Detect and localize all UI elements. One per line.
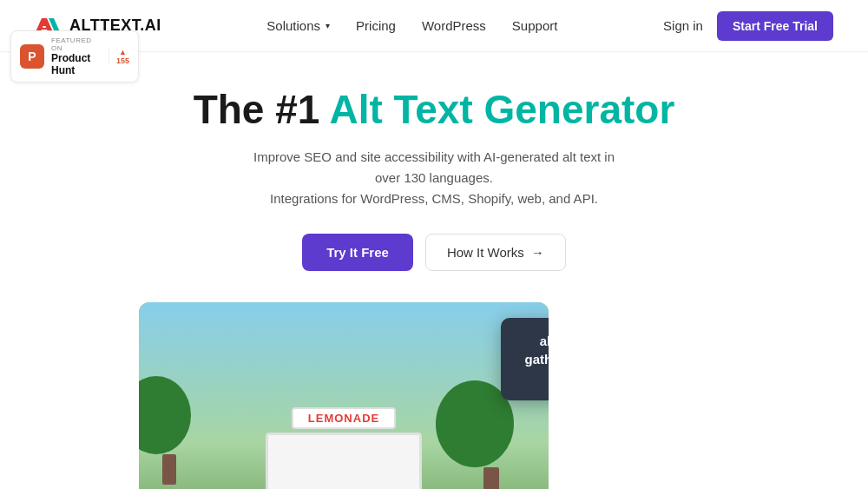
tooltip-prefix: alt = xyxy=(540,334,549,348)
tree-left xyxy=(148,376,191,485)
scene: LEMONADE xyxy=(139,302,549,489)
nav-solutions[interactable]: Solutions ▾ xyxy=(266,18,330,33)
vote-count: 155 xyxy=(116,56,129,65)
nav-actions: Sign in Start Free Trial xyxy=(663,11,833,41)
hero-subtitle: Improve SEO and site accessibility with … xyxy=(252,147,616,209)
product-hunt-votes: ▲ 155 xyxy=(108,48,129,65)
try-it-free-button[interactable]: Try It Free xyxy=(302,234,413,271)
hero-section: The #1 Alt Text Generator Improve SEO an… xyxy=(0,52,868,489)
product-hunt-name: Product Hunt xyxy=(51,52,102,76)
hero-title-highlight: Alt Text Generator xyxy=(329,87,674,132)
nav-pricing[interactable]: Pricing xyxy=(356,18,396,33)
nav-support[interactable]: Support xyxy=(512,18,558,33)
product-hunt-logo: P xyxy=(20,44,44,69)
hero-visual: LEMONADE alt = a group of children gathe… xyxy=(139,302,729,489)
nav-links: Solutions ▾ Pricing WordPress Support xyxy=(266,18,557,33)
lemonade-stand: LEMONADE xyxy=(257,407,431,489)
sign-in-button[interactable]: Sign in xyxy=(663,18,703,33)
start-free-trial-button[interactable]: Start Free Trial xyxy=(717,11,833,41)
product-hunt-text: FEATURED ON Product Hunt xyxy=(51,36,102,76)
svg-rect-2 xyxy=(43,26,46,28)
hero-buttons: Try It Free How It Works → xyxy=(17,234,851,271)
chevron-down-icon: ▾ xyxy=(326,21,330,30)
alt-text-tooltip: alt = a group of children gathered aroun… xyxy=(501,318,549,400)
lemonade-sign: LEMONADE xyxy=(292,407,396,429)
product-hunt-featured-label: FEATURED ON xyxy=(51,36,102,52)
stand-body xyxy=(266,433,422,489)
nav-wordpress[interactable]: WordPress xyxy=(422,18,486,33)
hero-title: The #1 Alt Text Generator xyxy=(17,87,851,133)
tree-right xyxy=(469,398,514,489)
product-hunt-badge[interactable]: P FEATURED ON Product Hunt ▲ 155 xyxy=(10,30,139,83)
how-it-works-button[interactable]: How It Works → xyxy=(425,234,566,271)
arrow-icon: → xyxy=(531,245,544,260)
hero-title-part1: The #1 xyxy=(194,87,330,132)
hero-image: LEMONADE alt = a group of children gathe… xyxy=(139,302,549,489)
vote-arrow-icon: ▲ xyxy=(119,48,127,56)
